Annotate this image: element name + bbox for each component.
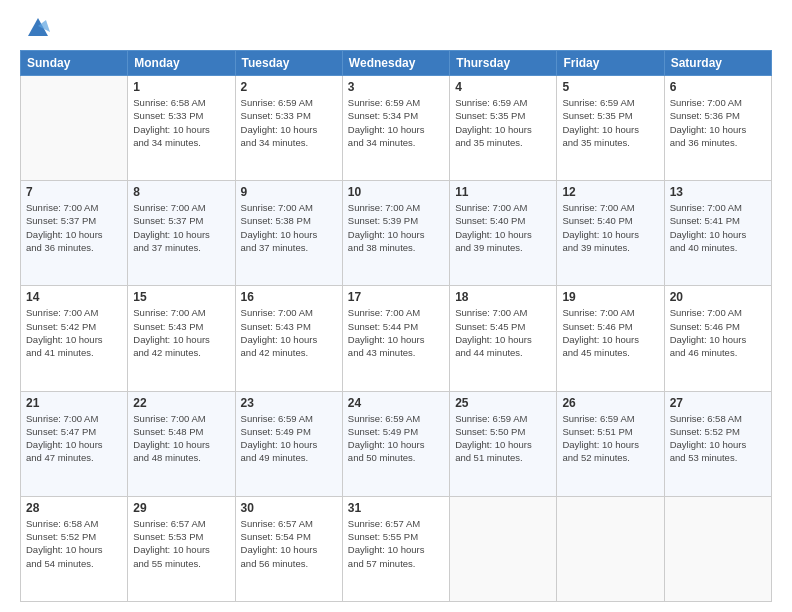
calendar-cell: 1Sunrise: 6:58 AM Sunset: 5:33 PM Daylig… xyxy=(128,76,235,181)
day-info: Sunrise: 7:00 AM Sunset: 5:47 PM Dayligh… xyxy=(26,413,103,464)
logo xyxy=(20,16,52,40)
calendar-cell: 2Sunrise: 6:59 AM Sunset: 5:33 PM Daylig… xyxy=(235,76,342,181)
day-number: 7 xyxy=(26,185,122,199)
day-number: 1 xyxy=(133,80,229,94)
calendar-header-thursday: Thursday xyxy=(450,51,557,76)
calendar-cell: 6Sunrise: 7:00 AM Sunset: 5:36 PM Daylig… xyxy=(664,76,771,181)
day-number: 29 xyxy=(133,501,229,515)
day-info: Sunrise: 7:00 AM Sunset: 5:45 PM Dayligh… xyxy=(455,307,532,358)
day-number: 9 xyxy=(241,185,337,199)
day-info: Sunrise: 7:00 AM Sunset: 5:46 PM Dayligh… xyxy=(670,307,747,358)
day-number: 5 xyxy=(562,80,658,94)
day-info: Sunrise: 6:57 AM Sunset: 5:53 PM Dayligh… xyxy=(133,518,210,569)
day-number: 22 xyxy=(133,396,229,410)
day-number: 31 xyxy=(348,501,444,515)
day-number: 21 xyxy=(26,396,122,410)
day-info: Sunrise: 6:59 AM Sunset: 5:33 PM Dayligh… xyxy=(241,97,318,148)
day-info: Sunrise: 6:58 AM Sunset: 5:52 PM Dayligh… xyxy=(670,413,747,464)
day-number: 2 xyxy=(241,80,337,94)
calendar-cell xyxy=(21,76,128,181)
calendar-cell: 21Sunrise: 7:00 AM Sunset: 5:47 PM Dayli… xyxy=(21,391,128,496)
calendar-cell: 23Sunrise: 6:59 AM Sunset: 5:49 PM Dayli… xyxy=(235,391,342,496)
day-info: Sunrise: 6:59 AM Sunset: 5:49 PM Dayligh… xyxy=(348,413,425,464)
day-info: Sunrise: 7:00 AM Sunset: 5:39 PM Dayligh… xyxy=(348,202,425,253)
day-info: Sunrise: 6:57 AM Sunset: 5:55 PM Dayligh… xyxy=(348,518,425,569)
day-info: Sunrise: 7:00 AM Sunset: 5:36 PM Dayligh… xyxy=(670,97,747,148)
day-info: Sunrise: 7:00 AM Sunset: 5:42 PM Dayligh… xyxy=(26,307,103,358)
day-number: 26 xyxy=(562,396,658,410)
day-info: Sunrise: 6:58 AM Sunset: 5:52 PM Dayligh… xyxy=(26,518,103,569)
day-number: 10 xyxy=(348,185,444,199)
calendar-cell: 15Sunrise: 7:00 AM Sunset: 5:43 PM Dayli… xyxy=(128,286,235,391)
calendar-week-row: 7Sunrise: 7:00 AM Sunset: 5:37 PM Daylig… xyxy=(21,181,772,286)
calendar-cell: 5Sunrise: 6:59 AM Sunset: 5:35 PM Daylig… xyxy=(557,76,664,181)
calendar-cell: 31Sunrise: 6:57 AM Sunset: 5:55 PM Dayli… xyxy=(342,496,449,601)
day-number: 27 xyxy=(670,396,766,410)
calendar-week-row: 28Sunrise: 6:58 AM Sunset: 5:52 PM Dayli… xyxy=(21,496,772,601)
day-number: 18 xyxy=(455,290,551,304)
calendar-header-tuesday: Tuesday xyxy=(235,51,342,76)
day-info: Sunrise: 6:59 AM Sunset: 5:50 PM Dayligh… xyxy=(455,413,532,464)
calendar-cell: 7Sunrise: 7:00 AM Sunset: 5:37 PM Daylig… xyxy=(21,181,128,286)
day-number: 13 xyxy=(670,185,766,199)
day-number: 3 xyxy=(348,80,444,94)
calendar-cell: 22Sunrise: 7:00 AM Sunset: 5:48 PM Dayli… xyxy=(128,391,235,496)
day-number: 11 xyxy=(455,185,551,199)
calendar-table: SundayMondayTuesdayWednesdayThursdayFrid… xyxy=(20,50,772,602)
day-info: Sunrise: 7:00 AM Sunset: 5:37 PM Dayligh… xyxy=(133,202,210,253)
day-info: Sunrise: 7:00 AM Sunset: 5:40 PM Dayligh… xyxy=(562,202,639,253)
calendar-cell xyxy=(664,496,771,601)
day-number: 20 xyxy=(670,290,766,304)
day-number: 23 xyxy=(241,396,337,410)
day-number: 28 xyxy=(26,501,122,515)
day-number: 16 xyxy=(241,290,337,304)
day-info: Sunrise: 6:59 AM Sunset: 5:51 PM Dayligh… xyxy=(562,413,639,464)
day-number: 19 xyxy=(562,290,658,304)
calendar-header-sunday: Sunday xyxy=(21,51,128,76)
day-number: 24 xyxy=(348,396,444,410)
calendar-cell: 20Sunrise: 7:00 AM Sunset: 5:46 PM Dayli… xyxy=(664,286,771,391)
day-number: 17 xyxy=(348,290,444,304)
day-number: 25 xyxy=(455,396,551,410)
day-number: 15 xyxy=(133,290,229,304)
calendar-cell: 25Sunrise: 6:59 AM Sunset: 5:50 PM Dayli… xyxy=(450,391,557,496)
logo-icon xyxy=(24,12,52,40)
calendar-header-row: SundayMondayTuesdayWednesdayThursdayFrid… xyxy=(21,51,772,76)
calendar-cell: 26Sunrise: 6:59 AM Sunset: 5:51 PM Dayli… xyxy=(557,391,664,496)
calendar-cell xyxy=(557,496,664,601)
calendar-cell xyxy=(450,496,557,601)
day-number: 4 xyxy=(455,80,551,94)
day-info: Sunrise: 7:00 AM Sunset: 5:38 PM Dayligh… xyxy=(241,202,318,253)
day-info: Sunrise: 7:00 AM Sunset: 5:43 PM Dayligh… xyxy=(241,307,318,358)
day-info: Sunrise: 6:59 AM Sunset: 5:35 PM Dayligh… xyxy=(455,97,532,148)
day-info: Sunrise: 6:58 AM Sunset: 5:33 PM Dayligh… xyxy=(133,97,210,148)
day-number: 12 xyxy=(562,185,658,199)
day-info: Sunrise: 7:00 AM Sunset: 5:43 PM Dayligh… xyxy=(133,307,210,358)
calendar-cell: 14Sunrise: 7:00 AM Sunset: 5:42 PM Dayli… xyxy=(21,286,128,391)
calendar-cell: 24Sunrise: 6:59 AM Sunset: 5:49 PM Dayli… xyxy=(342,391,449,496)
calendar-cell: 10Sunrise: 7:00 AM Sunset: 5:39 PM Dayli… xyxy=(342,181,449,286)
calendar-week-row: 21Sunrise: 7:00 AM Sunset: 5:47 PM Dayli… xyxy=(21,391,772,496)
day-info: Sunrise: 7:00 AM Sunset: 5:37 PM Dayligh… xyxy=(26,202,103,253)
calendar-cell: 27Sunrise: 6:58 AM Sunset: 5:52 PM Dayli… xyxy=(664,391,771,496)
day-number: 8 xyxy=(133,185,229,199)
calendar-cell: 19Sunrise: 7:00 AM Sunset: 5:46 PM Dayli… xyxy=(557,286,664,391)
calendar-header-saturday: Saturday xyxy=(664,51,771,76)
calendar-cell: 16Sunrise: 7:00 AM Sunset: 5:43 PM Dayli… xyxy=(235,286,342,391)
day-info: Sunrise: 7:00 AM Sunset: 5:46 PM Dayligh… xyxy=(562,307,639,358)
day-number: 30 xyxy=(241,501,337,515)
day-info: Sunrise: 7:00 AM Sunset: 5:40 PM Dayligh… xyxy=(455,202,532,253)
calendar-week-row: 14Sunrise: 7:00 AM Sunset: 5:42 PM Dayli… xyxy=(21,286,772,391)
calendar-cell: 4Sunrise: 6:59 AM Sunset: 5:35 PM Daylig… xyxy=(450,76,557,181)
calendar-cell: 28Sunrise: 6:58 AM Sunset: 5:52 PM Dayli… xyxy=(21,496,128,601)
day-info: Sunrise: 7:00 AM Sunset: 5:44 PM Dayligh… xyxy=(348,307,425,358)
calendar-header-wednesday: Wednesday xyxy=(342,51,449,76)
day-info: Sunrise: 6:59 AM Sunset: 5:35 PM Dayligh… xyxy=(562,97,639,148)
day-info: Sunrise: 6:57 AM Sunset: 5:54 PM Dayligh… xyxy=(241,518,318,569)
calendar-cell: 3Sunrise: 6:59 AM Sunset: 5:34 PM Daylig… xyxy=(342,76,449,181)
calendar-cell: 30Sunrise: 6:57 AM Sunset: 5:54 PM Dayli… xyxy=(235,496,342,601)
day-info: Sunrise: 6:59 AM Sunset: 5:34 PM Dayligh… xyxy=(348,97,425,148)
calendar-cell: 9Sunrise: 7:00 AM Sunset: 5:38 PM Daylig… xyxy=(235,181,342,286)
header xyxy=(20,16,772,40)
day-info: Sunrise: 7:00 AM Sunset: 5:41 PM Dayligh… xyxy=(670,202,747,253)
